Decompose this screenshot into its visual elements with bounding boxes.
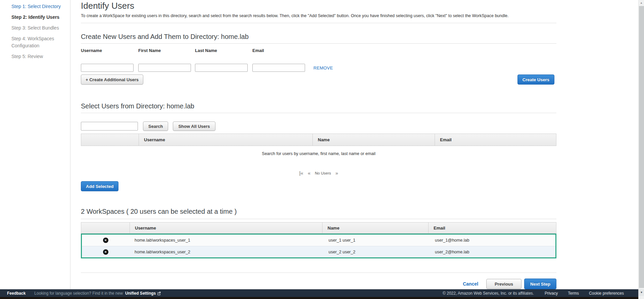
remove-row-link[interactable]: REMOVE — [313, 65, 333, 70]
name-column-header: Name — [312, 134, 435, 146]
create-users-button[interactable]: Create Users — [517, 74, 554, 85]
add-selected-button[interactable]: Add Selected — [81, 181, 118, 191]
scroll-up-icon[interactable]: ▲ — [639, 0, 644, 6]
sidebar-step-workspaces-configuration: Step 4: WorkSpaces Configuration — [11, 35, 65, 49]
previous-button[interactable]: Previous — [486, 279, 522, 289]
search-results-table-header: Username Name Email — [81, 134, 556, 146]
search-empty-message: Search for users by username, first name… — [81, 146, 556, 166]
workspace-username: home.lab\workspaces_user_1 — [129, 238, 322, 243]
selected-workspaces-table: Username Name Email ✕ home.lab\workspace… — [81, 222, 556, 258]
create-users-button-row: + Create Additional Users Create Users — [81, 74, 554, 85]
email-input[interactable] — [252, 64, 305, 72]
workspace-name: user_1 user_1 — [322, 238, 428, 243]
next-page-icon[interactable]: » — [335, 170, 338, 176]
scrollbar-thumb[interactable] — [639, 6, 644, 288]
table-row[interactable]: ✕ home.lab\workspaces_user_1 user_1 user… — [82, 235, 555, 246]
aws-console-footer: Feedback Looking for language selection?… — [0, 289, 644, 297]
workspaces-wizard-page: Step 1: Select Directory Step 2: Identif… — [0, 0, 644, 289]
username-column-header: Username — [139, 134, 312, 146]
unified-settings-label: Unified Settings — [125, 291, 156, 296]
wizard-steps-sidebar: Step 1: Select Directory Step 2: Identif… — [0, 0, 70, 289]
create-users-divider — [81, 43, 556, 44]
selected-workspaces-table-header: Username Name Email — [81, 222, 556, 234]
pagination-status: No Users — [315, 171, 331, 175]
main-content: Identify Users To create a WorkSpace for… — [70, 0, 644, 289]
show-all-users-button[interactable]: Show All Users — [173, 121, 215, 131]
workspace-email: user_1@home.lab — [428, 238, 555, 243]
email-column-header: Email — [428, 222, 556, 233]
previous-page-icon[interactable]: « — [308, 170, 310, 176]
terms-link[interactable]: Terms — [568, 291, 579, 296]
remove-column-header — [81, 222, 130, 233]
page-description: To create a WorkSpace for existing users… — [81, 13, 556, 18]
username-column-header: Username — [130, 222, 322, 233]
bottom-divider — [81, 272, 556, 273]
create-additional-users-button[interactable]: + Create Additional Users — [81, 74, 143, 85]
name-column-header: Name — [322, 222, 428, 233]
select-users-divider — [81, 113, 556, 113]
language-selection-note: Looking for language selection? Find it … — [34, 291, 123, 296]
intro-divider — [81, 23, 556, 23]
workspace-name: user_2 user_2 — [322, 250, 428, 254]
first-page-icon[interactable]: |« — [299, 170, 303, 176]
cookie-preferences-link[interactable]: Cookie preferences — [589, 291, 624, 296]
email-column-header: Email — [435, 134, 556, 146]
scroll-down-icon[interactable]: ▼ — [639, 289, 644, 296]
last-name-label: Last Name — [195, 48, 252, 53]
cancel-link[interactable]: Cancel — [463, 281, 478, 287]
selected-rows-highlight: ✕ home.lab\workspaces_user_1 user_1 user… — [81, 234, 556, 258]
feedback-button[interactable]: Feedback — [7, 291, 26, 296]
table-row[interactable]: ✕ home.lab\workspaces_user_2 user_2 user… — [82, 246, 555, 257]
unified-settings-link[interactable]: Unified Settings — [125, 291, 161, 296]
sidebar-step-identify-users: Step 2: Identify Users — [11, 14, 65, 21]
vertical-scrollbar[interactable]: ▲ ▼ — [638, 0, 644, 299]
remove-workspace-icon[interactable]: ✕ — [103, 249, 108, 255]
first-name-label: First Name — [138, 48, 195, 53]
sidebar-step-select-bundles: Step 3: Select Bundles — [11, 24, 65, 32]
user-search-input[interactable] — [81, 122, 138, 131]
external-link-icon — [157, 291, 161, 295]
sidebar-step-review: Step 5: Review — [11, 53, 65, 60]
create-users-section-title: Create New Users and Add Them to Directo… — [81, 33, 556, 41]
footer-right-links: © 2022, Amazon Web Services, Inc. or its… — [443, 291, 624, 296]
workspace-username: home.lab\workspaces_user_2 — [129, 250, 322, 254]
search-pagination: |« « No Users » — [81, 170, 556, 176]
next-step-button[interactable]: Next Step — [524, 279, 556, 289]
first-name-input[interactable] — [138, 64, 191, 72]
username-input[interactable] — [81, 64, 134, 72]
username-label: Username — [81, 48, 138, 53]
search-button[interactable]: Search — [143, 121, 168, 131]
wizard-nav-row: Cancel Previous Next Step — [81, 279, 556, 289]
remove-workspace-icon[interactable]: ✕ — [103, 238, 108, 243]
sidebar-step-select-directory[interactable]: Step 1: Select Directory — [11, 3, 65, 10]
select-users-section-title: Select Users from Directory: home.lab — [81, 102, 556, 110]
email-label: Email — [252, 48, 305, 53]
window-bottom-edge — [0, 297, 644, 299]
user-search-row: Search Show All Users — [81, 121, 556, 131]
workspace-email: user_2@home.lab — [428, 250, 555, 254]
privacy-link[interactable]: Privacy — [545, 291, 558, 296]
workspaces-section-title: 2 WorkSpaces ( 20 users can be selected … — [81, 207, 556, 215]
new-user-input-row: REMOVE — [81, 64, 556, 72]
workspaces-divider — [81, 219, 556, 219]
new-user-field-labels: Username First Name Last Name Email — [81, 48, 556, 53]
page-title: Identify Users — [81, 1, 556, 11]
last-name-input[interactable] — [195, 64, 248, 72]
select-column-header — [81, 134, 139, 146]
copyright-text: © 2022, Amazon Web Services, Inc. or its… — [443, 291, 534, 296]
search-results-table: Username Name Email Search for users by … — [81, 134, 556, 166]
